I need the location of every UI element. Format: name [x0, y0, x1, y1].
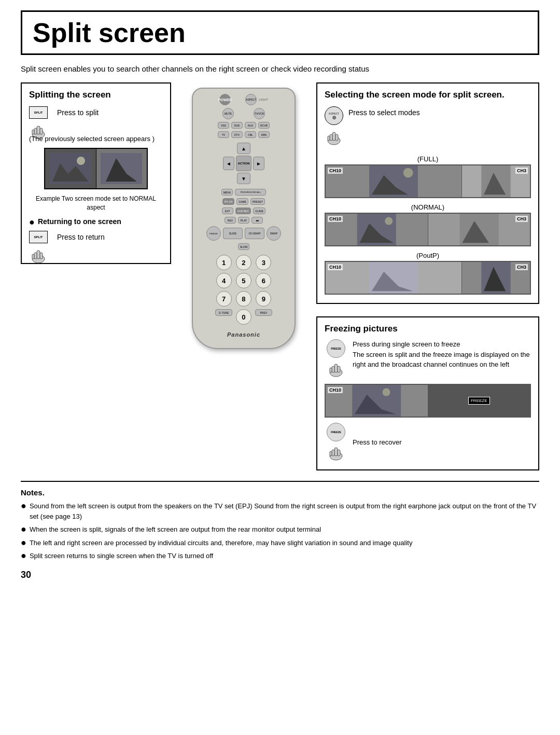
power-button[interactable]: POWER — [219, 94, 231, 105]
num8-button[interactable]: 8 — [236, 291, 251, 307]
full-left — [326, 165, 462, 197]
freeze-button[interactable]: FREEZE — [206, 226, 221, 241]
full-screen-demo: CH10 CH3 — [325, 164, 531, 198]
aspect-select-row: ASPECT ◎ Press to select modes — [325, 106, 531, 148]
num5-button[interactable]: 5 — [236, 273, 251, 288]
note-text-2: When the screen is split, signals of the… — [30, 524, 321, 535]
num4-button[interactable]: 4 — [216, 273, 232, 288]
dvd-button[interactable]: DVD — [231, 122, 243, 129]
poutp-ch10: CH10 — [328, 264, 343, 270]
ext-button[interactable]: EXT — [222, 207, 233, 214]
note-bullet-1: ● — [21, 501, 26, 510]
dtv-button[interactable]: DTV — [231, 131, 243, 138]
svg-rect-14 — [32, 254, 34, 259]
rev-button[interactable]: REV — [225, 217, 236, 224]
num7-button[interactable]: 7 — [216, 291, 232, 307]
recover-icon: FREEZE — [327, 423, 345, 441]
return-button-icon: SPLIT — [29, 231, 48, 243]
slide-button[interactable]: SLIDE — [223, 228, 243, 239]
normal-mode: (NORMAL) — [325, 203, 531, 246]
skip-button[interactable]: ⏭ — [251, 217, 263, 224]
svg-rect-2 — [34, 128, 37, 134]
note-text-3: The left and right screen are processed … — [30, 538, 413, 548]
freeze-icon-col: FREEZE — [325, 339, 347, 378]
freeze-screen-demo: FREEZE CH10 — [325, 384, 531, 418]
vss-button[interactable]: VSS — [218, 122, 229, 129]
remote-row-freeze: FREEZE SLIDE CH.SWAP SWAP — [206, 226, 281, 241]
action-button[interactable]: ACTION — [236, 156, 251, 171]
left-column: Splitting the screen SPLIT — [21, 82, 171, 264]
note-text-1: Sound from the left screen is output fro… — [30, 501, 539, 521]
press-split-item: SPLIT Press to split — [29, 106, 163, 129]
num1-button[interactable]: 1 — [216, 255, 232, 270]
page-title: Split screen — [21, 10, 539, 55]
num0-button[interactable]: 0 — [236, 309, 251, 325]
guide-button[interactable]: GUIDE — [253, 207, 265, 214]
svg-rect-4 — [32, 130, 34, 134]
tvvcr-button[interactable]: TV/VCR — [254, 108, 265, 119]
svg-rect-36 — [332, 366, 334, 372]
notes-title: Notes. — [21, 488, 539, 497]
dpad-left[interactable]: ◄ — [223, 157, 234, 170]
play-button[interactable]: PLAY — [238, 217, 249, 224]
dpad-up[interactable]: ▲ — [237, 143, 250, 154]
svg-rect-12 — [34, 253, 37, 259]
dpad-down[interactable]: ▼ — [237, 173, 250, 184]
gtune-button[interactable]: G-TUNE — [215, 309, 232, 316]
aux-button[interactable]: AUX — [245, 122, 256, 129]
previously-text: (The previously selected screen appears … — [29, 134, 163, 144]
num3-button[interactable]: 3 — [256, 255, 271, 270]
full-mode: (FULL) — [325, 155, 531, 198]
preset-btn[interactable]: PRESET — [250, 198, 265, 205]
dpad: ▲ ▼ ◄ ► ACTION — [223, 143, 264, 184]
return-icon-box: SPLIT — [29, 231, 52, 254]
remote-row-misc: PV CH GAME PRESET — [200, 198, 287, 205]
chswap-button[interactable]: CH.SWAP — [245, 228, 264, 239]
dpad-right[interactable]: ► — [253, 157, 264, 170]
main-content: Splitting the screen SPLIT — [21, 82, 539, 470]
vcrrec-button[interactable]: VCR REC — [235, 207, 251, 214]
middle-column: POWER ASPECT LIGHT MUTE TV/VCR VSS — [171, 82, 316, 349]
remote-row-menu: MENU PROGRESS RECALL — [200, 189, 287, 196]
dbs-button[interactable]: DBS — [258, 131, 270, 138]
modes-section: (FULL) — [325, 155, 531, 295]
freezing-title: Freezing pictures — [325, 324, 531, 334]
num9-button[interactable]: 9 — [256, 291, 271, 307]
game-btn[interactable]: GAME — [236, 198, 248, 205]
page-container: Split screen Split screen enables you to… — [0, 0, 560, 596]
prev-button[interactable]: PREV — [255, 309, 272, 316]
poutp-ch3: CH3 — [515, 264, 528, 270]
dpad-container: ▲ ▼ ◄ ► ACTION — [200, 141, 287, 186]
aspect-icon-button: ASPECT ◎ — [325, 106, 343, 125]
splitting-box: Splitting the screen SPLIT — [21, 82, 171, 264]
press-return-label: Press to return — [57, 231, 105, 241]
return-hand-icon — [29, 245, 48, 264]
rcvr-button[interactable]: RCVR — [258, 122, 270, 129]
splitting-title: Splitting the screen — [29, 90, 163, 100]
svg-rect-44 — [332, 450, 334, 456]
freeze-label: FREEZE — [468, 397, 490, 405]
press-modes-label: Press to select modes — [348, 106, 420, 117]
returning-bullet: ● Returning to one screen — [29, 217, 163, 227]
aspect-button[interactable]: ASPECT — [245, 94, 257, 105]
num2-button[interactable]: 2 — [236, 255, 251, 270]
svg-point-7 — [77, 157, 85, 165]
page-number: 30 — [21, 570, 539, 580]
full-left-image — [326, 165, 461, 197]
prev-channel-btn[interactable]: PV CH — [222, 198, 234, 205]
slow-button[interactable]: SLOW — [238, 243, 250, 250]
cbl-button[interactable]: CBL — [245, 131, 256, 138]
full-ch3: CH3 — [515, 168, 528, 174]
screen-right-image — [101, 153, 142, 184]
num6-button[interactable]: 6 — [256, 273, 271, 288]
menu-button[interactable]: MENU — [221, 189, 233, 196]
progress-recall-button[interactable]: PROGRESS RECALL — [235, 189, 266, 196]
split-icon-box: SPLIT — [29, 106, 52, 129]
note-bullet-4: ● — [21, 551, 26, 560]
swap-button[interactable]: SWAP — [267, 226, 281, 241]
poutp-label: (PoutP) — [325, 252, 531, 259]
selecting-title: Selecting the screen mode for split scre… — [325, 90, 531, 100]
tv-button[interactable]: TV — [218, 131, 229, 138]
svg-rect-43 — [334, 448, 338, 456]
mute-button[interactable]: MUTE — [222, 108, 234, 119]
